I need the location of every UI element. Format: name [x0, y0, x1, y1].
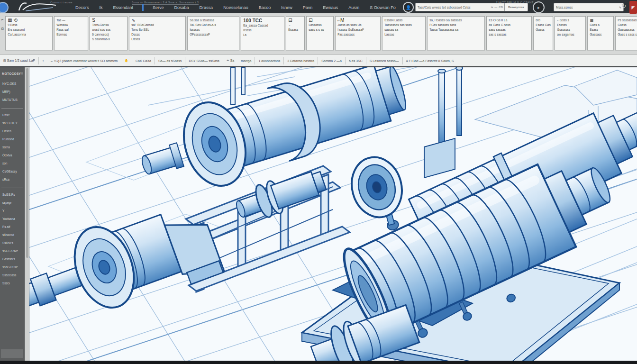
panel-item[interactable]: Y: [0, 207, 25, 215]
panel-item[interactable]: Ödxtva: [0, 151, 25, 159]
panel-item[interactable]: satna: [0, 143, 25, 151]
ribbon-group[interactable]: 100 TCC Ea_sassa CassadKssssLs: [241, 16, 284, 50]
group-icon: ⊟: [288, 18, 302, 23]
panel-item[interactable]: CsGEassy: [0, 167, 25, 175]
menu-item[interactable]: Bacoo: [254, 5, 276, 10]
toolbar-item[interactable]: ⊟ Sam 1/2 saast LaP: [0, 59, 38, 63]
panel-item[interactable]: NYC.OKS: [0, 80, 25, 88]
menu-item[interactable]: Ausm: [343, 5, 364, 10]
bottom-status-strip: [0, 361, 637, 364]
ribbon-group[interactable]: S Tons-Gansawosd sos sos6 cannosos)S ssa…: [90, 16, 127, 50]
panel-item[interactable]: SsRsYs: [0, 239, 25, 247]
scrollbar-thumb[interactable]: [26, 68, 28, 258]
panel-item[interactable]: sRsa: [0, 175, 25, 183]
secondary-search-input[interactable]: Msss.ssmss ✎: [554, 3, 624, 11]
menu-item[interactable]: Decors: [70, 5, 94, 10]
toolbar-item[interactable]: 3 Dafansa hasstra: [284, 59, 318, 63]
menu-item[interactable]: Isnew: [276, 5, 298, 10]
panel-group: RasY sa 9 OTEY Lissen Rumond satna Ödxtv…: [0, 110, 25, 186]
search-value: Tass/Cats wvwss tsd ssbossswd Cstss: [418, 6, 471, 9]
panel-item[interactable]: sSsGGSsP: [0, 263, 25, 271]
menu-item[interactable]: Essendant: [108, 5, 139, 10]
panel-item[interactable]: Rumond: [0, 135, 25, 143]
panel-item[interactable]: sSGS Ssve: [0, 247, 25, 255]
panel-group: NYC.OKS MRP) MUTUTUB: [0, 79, 25, 107]
search-chip[interactable]: ts: [491, 6, 493, 9]
menu-item[interactable]: Pavn: [298, 5, 318, 10]
toolbar-item[interactable]: CaX CaXa: [132, 59, 155, 63]
ribbon-group[interactable]: ⊡ Lassassasass-s s as: [306, 16, 334, 50]
panel-item[interactable]: SsSsSsss: [0, 271, 25, 279]
panel-divider: [1, 108, 23, 109]
panel-menu-icon[interactable]: ≡: [21, 72, 23, 76]
group-icon: ∿: [131, 18, 183, 23]
search-chip[interactable]: CD: [499, 6, 503, 9]
play-icon: ▸: [537, 5, 540, 10]
panel-item[interactable]: Yootssna: [0, 215, 25, 223]
refresh-icon[interactable]: ↻: [621, 3, 626, 9]
menu-item[interactable]: Ik: [94, 5, 108, 10]
ribbon-group[interactable]: DOEsass GasssGasss: [533, 16, 553, 50]
toolbar-item[interactable]: 5 as 3SC: [346, 59, 366, 63]
left-panel: MOTOCOSY ≡ NYC.OKS MRP) MUTUTUB RasY sa …: [0, 67, 25, 361]
toolbar-item[interactable]: 4 Fi Bad —a Fassrett 8 Saam, S: [403, 59, 457, 63]
panel-item[interactable]: son: [0, 159, 25, 167]
panel-item[interactable]: Lissen: [0, 127, 25, 135]
drawing-viewport[interactable]: [29, 67, 637, 361]
ribbon-group[interactable]: Sa.sas a sSassasTaL Sas Gaf as-a-sIsssss…: [187, 16, 239, 50]
menu-item[interactable]: Serve: [147, 5, 169, 10]
toolbar-item[interactable]: Sa— as sSasss: [155, 59, 185, 63]
toolbar-item[interactable]: +: [39, 59, 47, 63]
toolbar-item[interactable]: Samma 2 —a: [318, 59, 345, 63]
panel-item[interactable]: MRP): [0, 88, 25, 96]
app-badge-icon: [0, 2, 9, 13]
search-chip[interactable]: —: [494, 6, 497, 9]
panel-footer: [1, 349, 23, 358]
ribbon-group[interactable]: EssaN LasssTassassas sas sasssassas saLa…: [382, 16, 426, 50]
toolbar-item[interactable]: ≐ Sa: [223, 59, 237, 63]
ribbon-group[interactable]: Es O Gs II Laas Gass G sasssass sassassa…: [486, 16, 532, 50]
vertical-scrollbar[interactable]: [25, 67, 29, 361]
ribbon-group[interactable]: ⌐ Gsss sEsssssGsssssssaw sagamas: [555, 16, 586, 50]
menu-item[interactable]: Noesselonao: [218, 5, 254, 10]
group-icon: S: [92, 18, 125, 23]
alert-badge[interactable]: ◤: [629, 1, 637, 14]
menu-item[interactable]: Drassa: [194, 5, 218, 10]
panel-item[interactable]: RasY: [0, 111, 25, 119]
pan-tool-icon[interactable]: ✋: [121, 59, 132, 63]
toolbar-item[interactable]: S Laswoen sassa—: [366, 59, 402, 63]
ribbon-group[interactable]: ∿ saF BSaGanssdTons Bo SSLDssssUssas: [129, 16, 186, 50]
menu-item[interactable]: Ewnaus: [318, 5, 343, 10]
ribbon-group[interactable]: Ps sassassass -sGasssGassassassGass s sa…: [615, 16, 637, 50]
collapse-icon[interactable]: ⌐: [1, 18, 4, 22]
panel-item[interactable]: SssG: [0, 279, 25, 287]
cad-application-window: Cosmrrt t wows 5mra — Grmamane t.3 A Sma…: [0, 0, 637, 364]
ribbon-group[interactable]: ▦ ⟲ 9 RassErs cassondCa Lassonna: [5, 16, 53, 50]
toolbar-item[interactable]: DSY SSas— ssSass: [185, 59, 222, 63]
run-button[interactable]: ▸: [533, 1, 545, 13]
panel-item[interactable]: Gsssssrs: [0, 255, 25, 263]
ribbon-group[interactable]: ⌐M Jasss as sass UsI sasss GsEsassaFFas.…: [335, 16, 381, 50]
user-glyph: 👤: [406, 5, 411, 10]
ribbon-group[interactable]: sa, I Dasss Ga sassassFGss sassass sassT…: [427, 16, 485, 50]
group-icon: ≣: [590, 18, 611, 23]
panel-item[interactable]: Rs.sff: [0, 223, 25, 231]
toolbar-item[interactable]: ‒ +G)√ (Wasm casmmar wrovst t SO ammcm: [47, 59, 121, 63]
menu-item[interactable]: Dosaba: [169, 5, 194, 10]
ribbon-group[interactable]: ⊟ ⌄Essass: [286, 16, 305, 50]
toolbar-item[interactable]: 1 aoonoactons: [255, 59, 283, 63]
panel-item[interactable]: MUTUTUB: [0, 96, 25, 104]
global-search-input[interactable]: Tass/Cats wvwss tsd ssbossswd Cstss ts —…: [415, 3, 505, 11]
panel-item[interactable]: sspepr: [0, 199, 25, 207]
panel-item[interactable]: SsGS.Rs: [0, 191, 25, 199]
ribbon-group[interactable]: Tas —WassawRass-safEsrmas: [54, 16, 88, 50]
panel-item[interactable]: sa 9 OTEY: [0, 119, 25, 127]
grid-icon[interactable]: G: [1, 27, 4, 31]
toolbar-item[interactable]: marrga: [237, 59, 255, 63]
panel-item[interactable]: sRsxcod: [0, 231, 25, 239]
user-account-icon[interactable]: 👤: [403, 2, 414, 13]
group-icon: ⊡: [309, 18, 331, 23]
ribbon-group[interactable]: ≣ Gass aEsassGassass: [587, 16, 614, 50]
menu-item[interactable]: S Oowson Fo: [364, 5, 401, 10]
titlebar-action-button[interactable]: Bsswsyrmss: [504, 3, 528, 11]
